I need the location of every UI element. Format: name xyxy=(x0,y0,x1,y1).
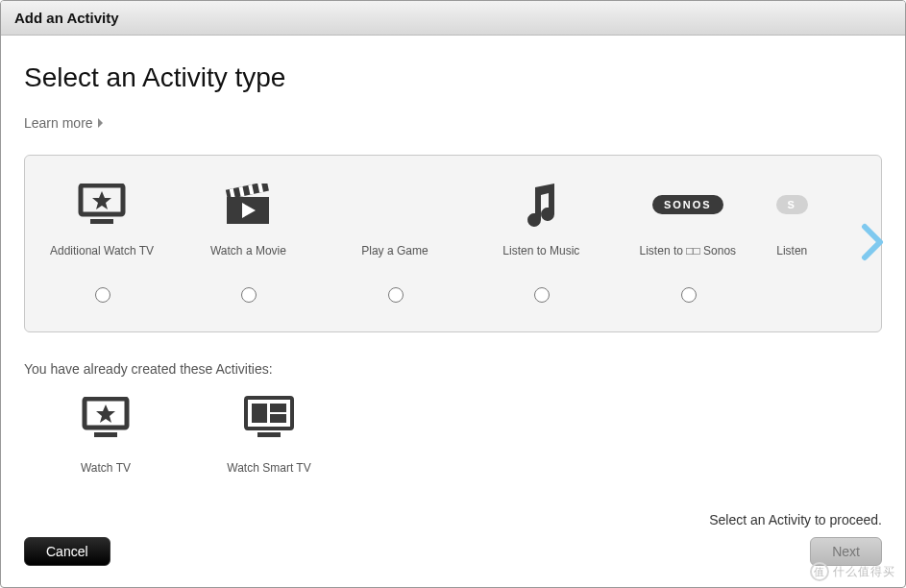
sonos-icon: SONOS xyxy=(617,177,759,233)
activity-label: Listen xyxy=(763,244,820,257)
next-button: Next xyxy=(810,537,882,566)
activity-tile-listen-to-music[interactable]: Listen to Music xyxy=(470,177,612,306)
game-icon xyxy=(324,177,466,233)
svg-rect-13 xyxy=(270,414,286,423)
existing-tile-watch-smart-tv: Watch Smart TV xyxy=(187,390,351,475)
activity-radio-listen-to-music[interactable] xyxy=(534,287,550,303)
activity-tile-listen-to-sonos[interactable]: SONOS Listen to □□ Sonos xyxy=(617,177,759,306)
sonos-ghost-icon: S xyxy=(763,177,820,233)
activity-label: Listen to Music xyxy=(470,244,612,257)
svg-rect-12 xyxy=(270,404,286,412)
svg-rect-14 xyxy=(257,432,281,437)
activity-label: Listen to □□ Sonos xyxy=(617,244,759,257)
tv-star-icon xyxy=(24,390,187,446)
proceed-hint: Select an Activity to proceed. xyxy=(709,512,882,527)
learn-more-link[interactable]: Learn more xyxy=(24,115,105,131)
page-title: Select an Activity type xyxy=(24,62,882,93)
activity-tile-additional-watch-tv[interactable]: Additional Watch TV xyxy=(31,177,173,306)
activity-label: Watch a Movie xyxy=(177,244,319,257)
chevron-right-icon xyxy=(97,115,105,131)
existing-activities-row: Watch TV Watch Smart TV xyxy=(24,390,882,475)
activity-label: Play a Game xyxy=(324,244,466,257)
activity-carousel: Additional Watch TV Watch a Movie Play a… xyxy=(24,155,882,332)
clapper-icon xyxy=(177,177,319,233)
cancel-button[interactable]: Cancel xyxy=(24,537,110,566)
window-titlebar: Add an Activity xyxy=(1,1,905,36)
activity-label: Additional Watch TV xyxy=(31,244,173,257)
music-note-icon xyxy=(470,177,612,233)
existing-tile-watch-tv: Watch TV xyxy=(24,390,187,475)
svg-rect-11 xyxy=(252,404,267,423)
existing-label: Watch Smart TV xyxy=(187,461,351,475)
learn-more-label: Learn more xyxy=(24,115,93,131)
activity-radio-watch-a-movie[interactable] xyxy=(241,287,257,303)
window-title: Add an Activity xyxy=(14,10,119,26)
activity-radio-play-a-game[interactable] xyxy=(388,287,404,303)
activity-tile-partial[interactable]: S Listen xyxy=(763,177,820,257)
activity-radio-additional-watch-tv[interactable] xyxy=(95,287,110,303)
activity-tile-watch-a-movie[interactable]: Watch a Movie xyxy=(177,177,319,306)
activity-radio-listen-to-sonos[interactable] xyxy=(681,287,697,303)
svg-rect-1 xyxy=(90,219,113,224)
svg-rect-9 xyxy=(94,432,117,437)
watermark-text: 什么值得买 xyxy=(833,564,895,580)
activity-tile-play-a-game[interactable]: Play a Game xyxy=(324,177,466,306)
tv-grid-icon xyxy=(187,390,351,446)
tv-star-icon xyxy=(31,177,173,233)
carousel-next-button[interactable] xyxy=(859,223,886,265)
existing-activities-label: You have already created these Activitie… xyxy=(24,361,882,377)
existing-label: Watch TV xyxy=(24,461,187,475)
